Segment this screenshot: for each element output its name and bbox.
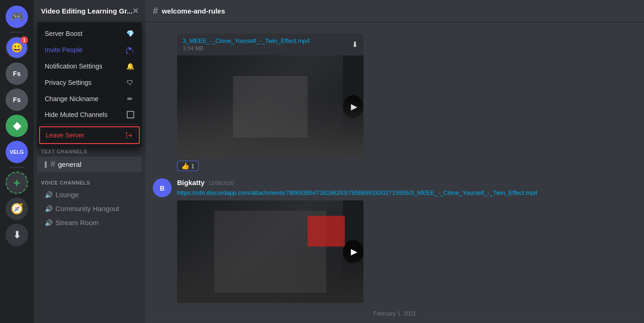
video-header-1: 3_MEEE_-_Clone_Yourself_-_Twin_Effect.mp… [177, 34, 363, 55]
lounge-channel[interactable]: 🔊 Lounge [37, 188, 142, 201]
reaction-count: 1 [191, 163, 194, 170]
channel-header-name: welcome-and-rules [162, 7, 225, 15]
first-attachment-group: 3_MEEE_-_Clone_Yourself_-_Twin_Effect.mp… [153, 34, 637, 171]
leave-server-label: Leave Server [46, 131, 84, 139]
video-bg-1 [177, 55, 343, 158]
invite-people-label: Invite People [45, 46, 82, 54]
privacy-settings-icon: 🛡 [126, 78, 134, 87]
filmora-server-icon[interactable]: ◆ [6, 115, 28, 137]
dropdown-divider [41, 124, 138, 124]
invite-people-item[interactable]: Invite People [39, 42, 140, 58]
change-nickname-label: Change Nickname [45, 95, 98, 103]
first-video-attachment: 3_MEEE_-_Clone_Yourself_-_Twin_Effect.mp… [177, 34, 363, 158]
general-channel[interactable]: ▌ # general [37, 157, 142, 172]
hide-muted-channels-label: Hide Muted Channels [45, 111, 108, 118]
video-filesize-1: 3.54 MB [183, 45, 309, 52]
context-menu: Server Boost 💎 Invite People Notificatio… [37, 22, 142, 147]
video-bg-2 [177, 200, 343, 303]
lounge-channel-name: Lounge [55, 191, 79, 199]
community-hangout-channel[interactable]: 🔊 Community Hangout [37, 202, 142, 215]
server-boost-label: Server Boost [45, 30, 82, 37]
sidebar-divider-2 [9, 167, 24, 168]
channel-header-hash-icon: # [153, 6, 158, 16]
svg-text:B: B [160, 185, 164, 192]
bigkatty-message-meta: Bigkatty 12/08/2020 [177, 179, 637, 186]
download-icon[interactable]: ⬇ [6, 224, 28, 246]
voice-section-label: VOICE CHANNELS [41, 180, 90, 186]
hide-muted-channels-checkbox[interactable] [127, 111, 134, 118]
change-nickname-item[interactable]: Change Nickname ✏ [39, 91, 140, 107]
bigkatty-message-content: Bigkatty 12/08/2020 https://cdn.discorda… [177, 179, 637, 303]
bigkatty-username: Bigkatty [177, 179, 205, 186]
server-sidebar: 🎮 😀 Fs Fs ◆ VELG + 🧭 ⬇ [0, 0, 34, 323]
server-name[interactable]: Video Editing Learning Gr... ✕ [34, 0, 145, 22]
video-info-1: 3_MEEE_-_Clone_Yourself_-_Twin_Effect.mp… [183, 37, 309, 52]
active-indicator: ▌ [45, 161, 49, 168]
messages-container: 3_MEEE_-_Clone_Yourself_-_Twin_Effect.mp… [145, 22, 644, 323]
main-content: # welcome-and-rules 3_MEEE_-_Clone_Yours… [145, 0, 644, 323]
stream-room-channel[interactable]: 🔊 Stream Room [37, 216, 142, 229]
notification-settings-label: Notification Settings [45, 62, 103, 70]
community-hangout-speaker-icon: 🔊 [45, 205, 53, 213]
velg-server-icon[interactable]: VELG [6, 141, 28, 163]
notification-settings-item[interactable]: Notification Settings 🔔 [39, 58, 140, 74]
voice-channels-header: VOICE CHANNELS [34, 172, 145, 187]
bigkatty-message-link[interactable]: https://cdn.discordapp.com/attachments/7… [177, 189, 537, 196]
stream-room-speaker-icon: 🔊 [45, 219, 53, 227]
change-nickname-icon: ✏ [126, 95, 134, 103]
reaction-thumbsup[interactable]: 👍 1 [177, 161, 199, 171]
invite-people-icon [126, 46, 134, 54]
date-divider: February 1, 2021 [153, 310, 637, 317]
discover-icon[interactable]: 🧭 [6, 198, 28, 220]
text-channels-label: TEXT CHANNELS [41, 149, 87, 154]
bigkatty-video-attachment [177, 200, 363, 303]
privacy-settings-label: Privacy Settings [45, 79, 91, 86]
discord-home-icon[interactable]: 🎮 [6, 6, 28, 28]
community-hangout-channel-name: Community Hangout [55, 205, 119, 213]
server-boost-icon: 💎 [126, 29, 134, 38]
fs1-server-icon[interactable]: Fs [6, 62, 28, 85]
privacy-settings-item[interactable]: Privacy Settings 🛡 [39, 75, 140, 90]
leave-server-item[interactable]: Leave Server [39, 126, 140, 144]
channel-sidebar: Video Editing Learning Gr... ✕ Server Bo… [34, 0, 145, 323]
lounge-speaker-icon: 🔊 [45, 191, 53, 199]
bigkatty-timestamp: 12/08/2020 [208, 180, 234, 186]
hide-muted-channels-item[interactable]: Hide Muted Channels [39, 107, 140, 122]
reaction-emoji: 👍 [181, 162, 189, 170]
leave-server-icon [125, 131, 133, 139]
video-thumbnail-2[interactable] [177, 200, 363, 303]
video-filename-1: 3_MEEE_-_Clone_Yourself_-_Twin_Effect.mp… [183, 37, 309, 44]
fs2-server-icon[interactable]: Fs [6, 89, 28, 111]
video-download-icon-1[interactable]: ⬇ [352, 40, 358, 49]
date-divider-label: February 1, 2021 [366, 310, 423, 317]
close-icon[interactable]: ✕ [132, 7, 138, 15]
bigkatty-message-group: B Bigkatty 12/08/2020 https://cdn.discor… [153, 179, 637, 303]
server-name-text: Video Editing Learning Gr... [41, 7, 132, 15]
stream-room-channel-name: Stream Room [55, 219, 99, 227]
add-server-icon[interactable]: + [6, 172, 28, 194]
video-thumbnail-1[interactable] [177, 55, 363, 158]
notification-settings-icon: 🔔 [126, 62, 134, 70]
general-channel-name: general [58, 160, 82, 168]
server-boost-item[interactable]: Server Boost 💎 [39, 26, 140, 41]
channel-header: # welcome-and-rules [145, 0, 644, 22]
bigkatty-avatar: B [153, 179, 171, 197]
general-hash-icon: # [51, 159, 55, 169]
sidebar-divider [9, 32, 24, 33]
notif-server-icon[interactable]: 😀 [6, 36, 28, 59]
